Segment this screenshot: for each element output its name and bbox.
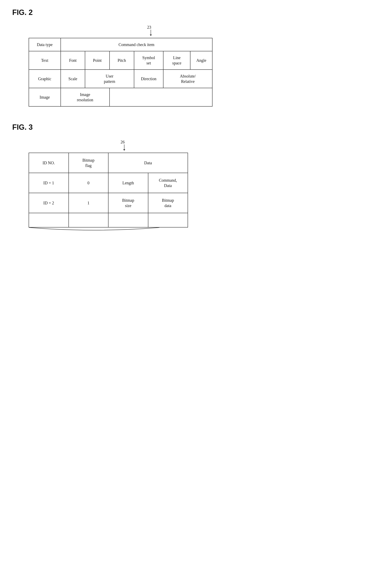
fig2-cell-scale: Scale — [61, 70, 85, 88]
fig2-header-row: Data type Command check item — [29, 38, 212, 51]
svg-marker-3 — [123, 149, 125, 150]
fig3-cell-empty2 — [69, 213, 109, 227]
fig3-header-bitmapflag: Bitmapflag — [69, 153, 109, 173]
fig2-cell-userpattern: Userpattern — [85, 70, 134, 88]
fig3-header-data: Data — [108, 153, 188, 173]
fig2-cell-empty — [110, 88, 212, 106]
fig3-section: FIG. 3 26 ID NO. Bitmapflag Data ID = 1 … — [12, 123, 374, 233]
fig3-cell-commanddata: Command,Data — [148, 173, 188, 193]
fig3-cell-empty1 — [29, 213, 69, 227]
fig3-cell-empty4 — [148, 213, 188, 227]
fig2-cell-direction: Direction — [134, 70, 163, 88]
fig3-row-id2: ID = 2 1 Bitmapsize Bitmapdata — [29, 193, 188, 213]
fig2-cell-graphic: Graphic — [29, 70, 61, 88]
fig2-ref-number: 23 — [147, 25, 374, 36]
fig2-cell-pitch: Pitch — [110, 51, 134, 70]
fig2-cell-text: Text — [29, 51, 61, 70]
fig2-cell-image: Image — [29, 88, 61, 106]
fig2-container: 23 Data type Command check item Text Fon… — [29, 25, 374, 106]
fig3-container: 26 ID NO. Bitmapflag Data ID = 1 0 Lengt… — [29, 140, 374, 233]
fig3-header-idno: ID NO. — [29, 153, 69, 173]
fig3-row-empty — [29, 213, 188, 227]
fig3-table: ID NO. Bitmapflag Data ID = 1 0 Length C… — [29, 153, 188, 228]
fig3-cell-flag2: 1 — [69, 193, 109, 213]
fig2-cell-absrel: Absolute/Relative — [163, 70, 212, 88]
fig2-header-command: Command check item — [61, 38, 212, 51]
fig3-header-row: ID NO. Bitmapflag Data — [29, 153, 188, 173]
fig2-cell-angle: Angle — [190, 51, 212, 70]
fig2-header-datatype: Data type — [29, 38, 61, 51]
fig3-row-id1: ID = 1 0 Length Command,Data — [29, 173, 188, 193]
fig3-cell-bitmapsize: Bitmapsize — [108, 193, 148, 213]
fig3-ref-number: 26 — [120, 140, 374, 150]
fig2-label: FIG. 2 — [12, 8, 374, 17]
fig3-label: FIG. 3 — [12, 123, 374, 131]
fig3-curve-bottom — [29, 227, 160, 233]
svg-marker-1 — [150, 35, 152, 36]
fig2-row-text: Text Font Point Pitch Symbolset Linespac… — [29, 51, 212, 70]
fig2-section: FIG. 2 23 Data type Command check item T… — [12, 8, 374, 106]
fig3-cell-id2: ID = 2 — [29, 193, 69, 213]
fig2-row-image: Image Imageresolution — [29, 88, 212, 106]
fig2-cell-linespace: Linespace — [163, 51, 190, 70]
fig2-cell-point: Point — [85, 51, 110, 70]
fig3-cell-flag1: 0 — [69, 173, 109, 193]
fig3-cell-length: Length — [108, 173, 148, 193]
fig3-cell-empty3 — [108, 213, 148, 227]
fig3-cell-id1: ID = 1 — [29, 173, 69, 193]
fig2-row-graphic: Graphic Scale Userpattern Direction Abso… — [29, 70, 212, 88]
fig2-cell-font: Font — [61, 51, 85, 70]
fig2-cell-symbolset: Symbolset — [134, 51, 163, 70]
fig2-table: Data type Command check item Text Font P… — [29, 38, 212, 106]
fig3-cell-bitmapdata: Bitmapdata — [148, 193, 188, 213]
fig2-cell-imageresolution: Imageresolution — [61, 88, 110, 106]
